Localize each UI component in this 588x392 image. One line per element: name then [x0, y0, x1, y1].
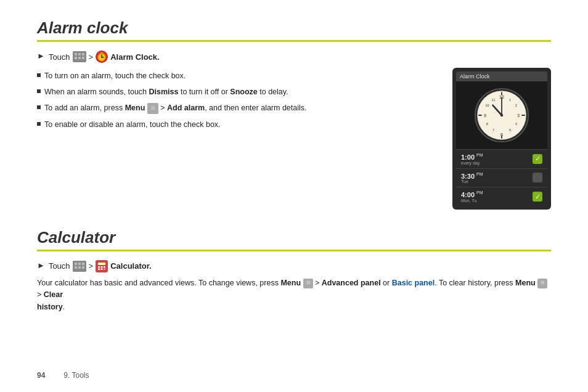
svg-rect-38 [78, 266, 81, 269]
svg-text:3: 3 [517, 113, 520, 118]
calc-period: . [63, 303, 65, 311]
alarm-item-2: 3:30 PM Tue [456, 168, 547, 187]
calculator-title: Calculator [37, 228, 551, 247]
alarm-bullet-3-text: To add an alarm, press Menu ☷ > Add alar… [44, 102, 307, 114]
svg-rect-1 [75, 53, 77, 55]
svg-point-10 [101, 57, 102, 58]
svg-rect-45 [98, 268, 100, 270]
clear-prefix: . To clear history, press [435, 279, 515, 287]
alarm-bullet-4: To enable or disable an alarm, touch the… [37, 119, 440, 130]
calc-touch-line: Touch > [49, 260, 152, 272]
alarm-2-sub: Tue [461, 179, 483, 184]
svg-text:7: 7 [492, 128, 494, 132]
svg-rect-46 [101, 268, 103, 270]
phone-title-bar: Alarm Clock [456, 71, 547, 81]
alarm-bullet-1: To turn on an alarm, touch the check box… [37, 70, 440, 81]
menu-icon-1: ☷ [147, 103, 158, 114]
clear-history-label: Clearhistory [37, 290, 63, 311]
alarm-1-check: ✓ [533, 154, 542, 164]
svg-rect-42 [98, 266, 100, 268]
svg-text:5: 5 [509, 128, 511, 132]
clock-svg: 12 3 6 9 1 2 4 5 7 8 10 11 [474, 88, 529, 143]
svg-rect-4 [75, 57, 77, 59]
alarm-bullet-2-text: When an alarm sounds, touch Dismiss to t… [44, 86, 288, 97]
alarm-1-info: 1:00 PM every day [461, 153, 483, 165]
alarm-1-time: 1:00 PM [461, 153, 483, 161]
page-footer: 94 9. Tools [37, 371, 89, 380]
svg-text:11: 11 [492, 98, 496, 102]
svg-rect-47 [104, 268, 105, 270]
svg-rect-39 [82, 266, 84, 269]
alarm-item-3: 4:00 PM Mon, Tu ✓ [456, 187, 547, 206]
calc-touch-instruction: ► Touch > [37, 260, 551, 272]
touch-word: Touch [49, 52, 70, 62]
alarm-content-layout: To turn on an alarm, touch the check box… [37, 68, 551, 210]
clock-area: 12 3 6 9 1 2 4 5 7 8 10 11 [456, 81, 547, 149]
bullet-square-4 [37, 122, 41, 126]
svg-rect-2 [78, 53, 81, 55]
alarm-bullets-list: To turn on an alarm, touch the check box… [37, 70, 440, 130]
svg-rect-43 [101, 266, 103, 268]
alarm-text-column: To turn on an alarm, touch the check box… [37, 68, 440, 210]
alarm-3-time: 4:00 PM [461, 190, 483, 198]
alarm-3-sub: Mon, Tu [461, 198, 483, 203]
calc-apps-icon [73, 261, 86, 272]
alarm-list: 1:00 PM every day ✓ 3:30 PM Tue 4:00 PM [456, 149, 547, 206]
calc-menu-word-1: Menu [280, 279, 301, 287]
svg-text:2: 2 [515, 104, 517, 107]
calc-divider [37, 250, 551, 251]
arrow-icon: ► [37, 51, 45, 60]
alarm-clock-section: Alarm clock ► Touch > [37, 18, 551, 210]
alarm-clock-title: Alarm clock [37, 18, 551, 38]
alarm-divider [37, 40, 551, 42]
calc-menu-word-2: Menu [515, 279, 536, 287]
alarm-bullet-2: When an alarm sounds, touch Dismiss to t… [37, 86, 440, 97]
svg-text:6: 6 [500, 132, 503, 137]
calc-touch-word: Touch [49, 261, 70, 271]
touch-line: Touch > [49, 51, 160, 63]
calculator-body-text: Your calculator has basic and advanced v… [37, 277, 551, 313]
alarm-bullet-4-text: To enable or disable an alarm, touch the… [44, 119, 221, 130]
bullet-square-2 [37, 89, 41, 93]
svg-rect-36 [82, 263, 84, 265]
calc-menu-icon-2: ☷ [537, 279, 547, 288]
alarm-touch-instruction: ► Touch > [37, 51, 551, 63]
gt-symbol-alarm: > [89, 52, 94, 62]
basic-panel-label: Basic panel [392, 279, 435, 287]
calc-arrow-icon: ► [37, 261, 45, 270]
svg-rect-41 [98, 263, 105, 265]
alarm-app-label: Alarm Clock. [110, 52, 159, 62]
svg-text:8: 8 [486, 122, 488, 126]
alarm-1-sub: every day [461, 161, 483, 165]
svg-text:10: 10 [486, 104, 489, 107]
alarm-2-check [533, 173, 542, 182]
phone-mockup: Alarm Clock 12 3 6 9 1 [452, 68, 551, 210]
page-number: 94 [37, 371, 45, 380]
svg-rect-44 [104, 266, 105, 268]
bullet-square-1 [37, 73, 41, 77]
apps-icon [73, 51, 86, 62]
alarm-3-info: 4:00 PM Mon, Tu [461, 190, 483, 203]
calculator-section: Calculator ► Touch > [37, 228, 551, 313]
svg-text:9: 9 [484, 113, 486, 118]
alarm-3-check: ✓ [533, 192, 542, 202]
svg-point-32 [500, 114, 504, 117]
calc-body-prefix: Your calculator has basic and advanced v… [37, 279, 280, 287]
svg-rect-11 [100, 52, 104, 54]
alarm-bullet-3: To add an alarm, press Menu ☷ > Add alar… [37, 102, 440, 114]
chapter-label: 9. Tools [63, 371, 89, 380]
alarm-item-1: 1:00 PM every day ✓ [456, 149, 547, 168]
gt-symbol-calc: > [89, 261, 94, 271]
svg-text:4: 4 [515, 122, 517, 126]
advanced-panel-label: Advanced panel [322, 279, 381, 287]
svg-rect-6 [82, 57, 84, 59]
or-text: or [383, 279, 392, 287]
phone-title-text: Alarm Clock [460, 73, 490, 80]
svg-rect-3 [82, 53, 84, 55]
alarm-2-info: 3:30 PM Tue [461, 172, 483, 184]
calc-menu-icon-1: ☷ [303, 279, 313, 288]
alarm-bullet-1-text: To turn on an alarm, touch the check box… [44, 70, 186, 81]
svg-rect-37 [75, 266, 77, 269]
svg-text:1: 1 [509, 98, 511, 102]
svg-rect-34 [75, 263, 77, 265]
